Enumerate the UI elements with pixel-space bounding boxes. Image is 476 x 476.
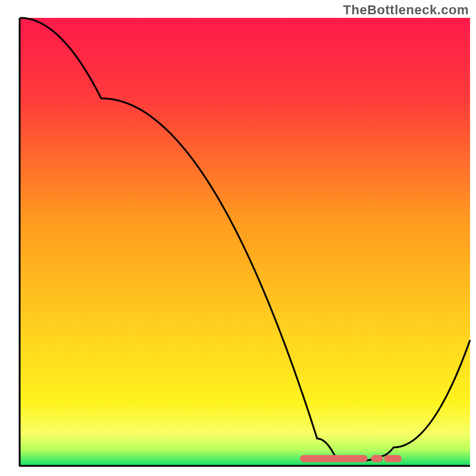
bottleneck-chart — [0, 0, 476, 476]
watermark-text: TheBottleneck.com — [343, 2, 469, 18]
chart-frame: TheBottleneck.com — [0, 0, 476, 476]
plot-gradient-area — [20, 18, 470, 465]
